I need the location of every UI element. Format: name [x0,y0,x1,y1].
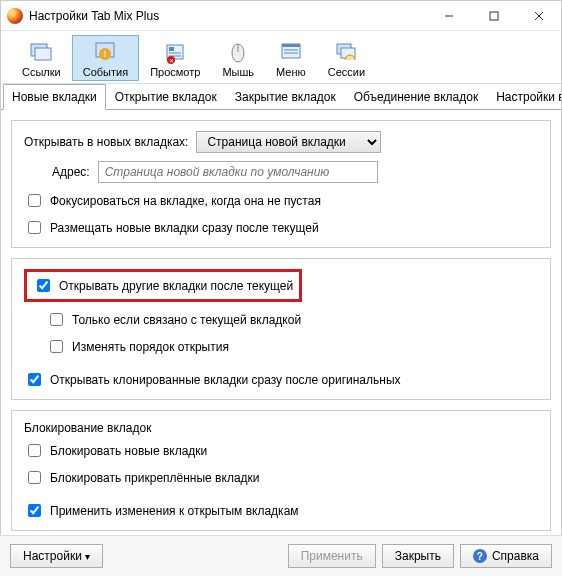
tab-close[interactable]: Закрытие вкладок [226,84,345,110]
open-cloned-label: Открывать клонированные вкладки сразу по… [50,373,401,387]
close-label: Закрыть [395,549,441,563]
place-after-current-checkbox[interactable] [28,221,41,234]
block-new-label: Блокировать новые вкладки [50,444,207,458]
links-icon [29,40,53,64]
toolbar-sessions[interactable]: Сессии [317,35,376,81]
toolbar-events[interactable]: ! События [72,35,139,81]
open-other-after-current-label: Открывать другие вкладки после текущей [59,279,293,293]
only-related-label: Только если связано с текущей вкладкой [72,313,301,327]
titlebar: Настройки Tab Mix Plus [1,1,561,31]
open-other-after-current-row[interactable]: Открывать другие вкладки после текущей [33,276,293,295]
settings-dropdown-button[interactable]: Настройки [10,544,103,568]
block-pinned-row[interactable]: Блокировать прикреплённые вкладки [24,468,260,487]
window-title: Настройки Tab Mix Plus [29,9,426,23]
block-new-checkbox[interactable] [28,444,41,457]
help-icon: ? [473,549,487,563]
address-input[interactable] [98,161,378,183]
help-label: Справка [492,549,539,563]
tab-label: Настройки вкладок [496,90,562,104]
svg-text:✕: ✕ [169,58,174,64]
toolbar-label: Ссылки [22,66,61,78]
open-cloned-row[interactable]: Открывать клонированные вкладки сразу по… [24,370,401,389]
tabstrip: Новые вкладки Открытие вкладок Закрытие … [1,83,561,110]
focus-checkbox[interactable] [28,194,41,207]
app-icon [7,8,23,24]
change-order-checkbox[interactable] [50,340,63,353]
group-open-other: Открывать другие вкладки после текущей Т… [11,258,551,400]
main-toolbar: Ссылки ! События ✕ Просмотр Мышь Меню Се… [1,31,561,83]
tab-new[interactable]: Новые вкладки [3,84,106,110]
toolbar-view[interactable]: ✕ Просмотр [139,35,211,81]
group-blocking: Блокирование вкладок Блокировать новые в… [11,410,551,531]
toolbar-label: Мышь [222,66,254,78]
svg-rect-18 [282,44,300,47]
close-dialog-button[interactable]: Закрыть [382,544,454,568]
tab-label: Открытие вкладок [115,90,217,104]
apply-label: Применить [301,549,363,563]
menu-icon [279,40,303,64]
tab-label: Объединение вкладок [354,90,478,104]
tab-label: Закрытие вкладок [235,90,336,104]
window-buttons [426,1,561,31]
svg-rect-5 [35,48,51,60]
block-pinned-checkbox[interactable] [28,471,41,484]
address-label: Адрес: [52,165,90,179]
only-related-row[interactable]: Только если связано с текущей вкладкой [46,310,301,329]
change-order-row[interactable]: Изменять порядок открытия [46,337,229,356]
open-other-after-current-checkbox[interactable] [37,279,50,292]
close-button[interactable] [516,1,561,31]
apply-to-open-checkbox[interactable] [28,504,41,517]
settings-label: Настройки [23,549,82,563]
highlighted-option: Открывать другие вкладки после текущей [24,269,302,302]
place-after-current-label: Размещать новые вкладки сразу после теку… [50,221,319,235]
place-after-current-row[interactable]: Размещать новые вкладки сразу после теку… [24,218,319,237]
maximize-button[interactable] [471,1,516,31]
apply-button[interactable]: Применить [288,544,376,568]
apply-to-open-label: Применить изменения к открытым вкладкам [50,504,299,518]
toolbar-mouse[interactable]: Мышь [211,35,265,81]
view-icon: ✕ [163,40,187,64]
tab-label: Новые вкладки [12,90,97,104]
open-cloned-checkbox[interactable] [28,373,41,386]
help-button[interactable]: ? Справка [460,544,552,568]
open-in-label: Открывать в новых вкладках: [24,135,188,149]
toolbar-menu[interactable]: Меню [265,35,317,81]
events-icon: ! [93,40,117,64]
block-pinned-label: Блокировать прикреплённые вкладки [50,471,260,485]
sessions-icon [334,40,358,64]
toolbar-label: События [83,66,128,78]
toolbar-links[interactable]: Ссылки [11,35,72,81]
tab-open[interactable]: Открытие вкладок [106,84,226,110]
footer: Настройки Применить Закрыть ? Справка [0,535,562,576]
group-open-new: Открывать в новых вкладках: Страница нов… [11,120,551,248]
apply-to-open-row[interactable]: Применить изменения к открытым вкладкам [24,501,299,520]
change-order-label: Изменять порядок открытия [72,340,229,354]
focus-label: Фокусироваться на вкладке, когда она не … [50,194,321,208]
mouse-icon [226,40,250,64]
toolbar-label: Просмотр [150,66,200,78]
toolbar-label: Сессии [328,66,365,78]
tab-settings[interactable]: Настройки вкладок [487,84,562,110]
only-related-checkbox[interactable] [50,313,63,326]
block-new-row[interactable]: Блокировать новые вкладки [24,441,207,460]
tab-merge[interactable]: Объединение вкладок [345,84,487,110]
toolbar-label: Меню [276,66,306,78]
minimize-button[interactable] [426,1,471,31]
svg-rect-1 [490,12,498,20]
open-in-select[interactable]: Страница новой вкладки [196,131,381,153]
svg-text:!: ! [104,49,107,59]
blocking-title: Блокирование вкладок [24,421,538,435]
svg-rect-10 [169,47,174,51]
focus-checkbox-row[interactable]: Фокусироваться на вкладке, когда она не … [24,191,321,210]
tab-content: Открывать в новых вкладках: Страница нов… [1,110,561,551]
